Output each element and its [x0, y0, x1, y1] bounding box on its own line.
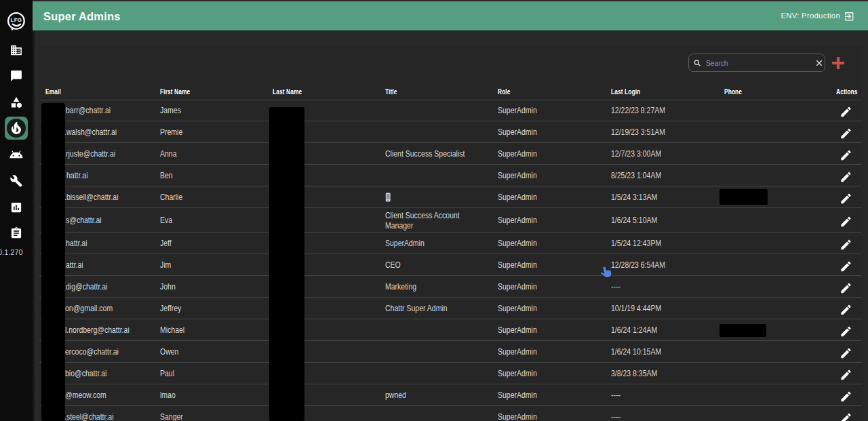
svg-text:LFG: LFG	[11, 17, 22, 23]
